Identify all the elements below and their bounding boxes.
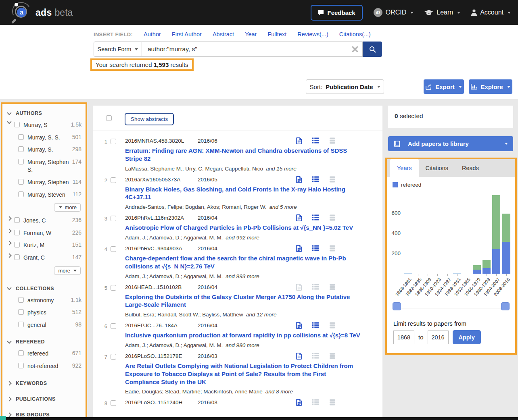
facet-more-button[interactable]: more [54,203,81,212]
data-products-icon[interactable] [329,322,336,329]
facet-label[interactable]: not-refereed [27,362,71,370]
tab-citations[interactable]: Citations [419,159,455,177]
facet-checkbox[interactable] [18,159,24,164]
insert-field-link-reviews[interactable]: Reviews(...) [297,31,328,37]
result-checkbox[interactable] [111,216,116,221]
facet-label[interactable]: Forman, W [23,229,71,237]
facet-checkbox[interactable] [18,134,24,140]
facet-section-authors[interactable]: AUTHORS [8,110,81,116]
search-input[interactable] [148,46,345,53]
facet-label[interactable]: Grant, C [23,254,71,262]
facet-checkbox[interactable] [18,297,24,303]
insert-field-link-author[interactable]: Author [144,31,161,37]
result-title[interactable]: Anisotropic Flow of Charged Particles in… [125,224,361,232]
facet-label[interactable]: Murray, Stephen S. [27,158,71,174]
insert-field-link-first-author[interactable]: First Author [172,31,202,37]
facet-section-publications[interactable]: PUBLICATIONS [8,396,81,402]
sort-dropdown[interactable]: Sort: Publication Date [306,79,384,94]
data-products-icon[interactable] [329,245,336,252]
ads-logo[interactable]: a ads beta [11,2,73,23]
chevron-right-icon[interactable] [7,216,11,220]
apply-button[interactable]: Apply [453,330,481,344]
facet-label[interactable]: astronomy [27,297,69,305]
chevron-right-icon[interactable] [7,397,11,401]
learn-menu[interactable]: Learn [424,9,460,16]
result-title[interactable]: Charge-dependent flow and the search for… [125,254,361,270]
facet-checkbox[interactable] [18,191,24,197]
search-form-dropdown[interactable]: Search Form [94,42,142,57]
result-title[interactable]: Erratum: Finding rare AGN: XMM-Newton an… [125,147,361,163]
chevron-down-icon[interactable] [7,119,11,124]
result-title[interactable]: Binary Black Holes, Gas Sloshing, and Co… [125,185,361,202]
clear-search-icon[interactable] [352,46,358,54]
citations-list-icon[interactable] [312,284,319,291]
account-menu[interactable]: Account [471,9,511,16]
chevron-down-icon[interactable] [7,285,11,290]
tab-reads[interactable]: Reads [455,159,486,177]
fulltext-icon[interactable] [296,245,302,252]
fulltext-icon[interactable] [296,284,302,291]
result-checkbox[interactable] [111,177,116,183]
facet-label[interactable]: Kurtz, M [23,241,71,250]
fulltext-icon[interactable] [296,176,302,183]
facet-checkbox[interactable] [18,350,24,356]
result-checkbox[interactable] [111,354,116,360]
citations-list-icon[interactable] [312,322,319,329]
data-products-icon[interactable] [329,137,336,144]
year-from-input[interactable] [393,331,414,344]
search-submit-button[interactable] [363,42,382,57]
citations-list-icon[interactable] [312,353,319,360]
chevron-down-icon[interactable] [7,339,11,343]
slider-handle-max[interactable] [501,302,510,310]
citations-list-icon[interactable] [312,137,319,144]
result-title[interactable]: Exploring the Outskirts of the Galaxy Cl… [125,293,361,309]
insert-field-link-abstract[interactable]: Abstract [213,31,234,37]
citations-list-icon[interactable] [312,399,319,406]
fulltext-icon[interactable] [296,214,302,221]
result-checkbox[interactable] [111,400,116,406]
facet-section-refereed[interactable]: REFEREED [8,339,81,345]
facet-label[interactable]: Murray, Steven [27,191,71,199]
insert-field-link-year[interactable]: Year [245,31,257,37]
chevron-down-icon[interactable] [7,110,11,115]
facet-section-bib-groups[interactable]: BIB GROUPS [8,412,81,418]
result-title[interactable]: Inclusive quarkonium production at forwa… [125,331,361,339]
facet-checkbox[interactable] [18,179,24,185]
explore-button[interactable]: Explore [469,79,512,94]
year-to-input[interactable] [428,331,449,344]
facet-label[interactable]: Murray, S. S. [27,134,71,142]
result-checkbox[interactable] [111,139,116,144]
select-all-checkbox[interactable] [106,115,112,121]
facet-label[interactable]: general [27,321,73,329]
data-products-icon[interactable] [329,176,336,183]
chevron-right-icon[interactable] [7,229,11,233]
facet-checkbox[interactable] [14,122,20,127]
facet-section-collections[interactable]: COLLECTIONS [8,286,81,291]
chevron-right-icon[interactable] [7,381,11,385]
result-checkbox[interactable] [111,246,116,252]
fulltext-icon[interactable] [296,137,302,144]
result-title[interactable]: Are Retail Outlets Complying with Nation… [125,362,361,386]
insert-field-link-fulltext[interactable]: Fulltext [267,31,286,37]
slider-handle-min[interactable] [393,302,401,310]
facet-label[interactable]: Murray, S. [27,146,71,154]
facet-checkbox[interactable] [14,242,20,247]
facet-checkbox[interactable] [14,230,20,235]
result-checkbox[interactable] [111,323,116,329]
chevron-right-icon[interactable] [7,253,11,258]
export-button[interactable]: Export [424,79,464,94]
insert-field-link-citations[interactable]: Citations(...) [339,31,371,37]
tab-years[interactable]: Years [390,159,419,178]
facet-label[interactable]: Jones, C [23,217,71,225]
facet-label[interactable]: refereed [27,350,71,358]
result-checkbox[interactable] [111,285,116,291]
chevron-right-icon[interactable] [7,412,11,417]
citations-list-icon[interactable] [312,176,319,183]
facet-checkbox[interactable] [14,217,20,223]
facet-label[interactable]: physics [27,309,71,317]
facet-checkbox[interactable] [18,322,24,327]
data-products-icon[interactable] [329,353,336,360]
data-products-icon[interactable] [329,214,336,221]
citations-list-icon[interactable] [312,245,319,252]
year-range-slider[interactable] [393,305,509,308]
